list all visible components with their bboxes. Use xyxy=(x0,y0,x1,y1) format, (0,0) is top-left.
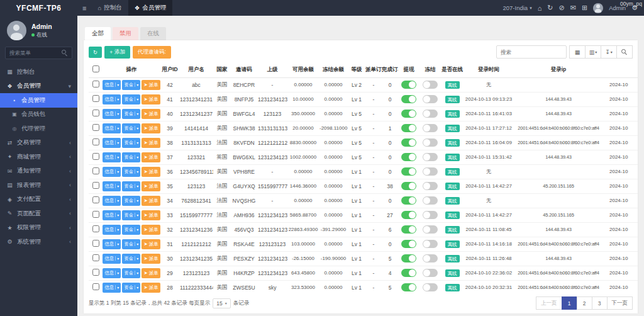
dispatch-button[interactable]: ➤派单 xyxy=(142,138,160,148)
row-checkbox[interactable] xyxy=(92,110,99,116)
region-selector[interactable]: 207-India ▾ xyxy=(503,4,532,11)
page-button-1[interactable]: 1 xyxy=(562,296,577,310)
funds-button[interactable]: 资金▾ xyxy=(122,123,140,133)
dispatch-button[interactable]: ➤派单 xyxy=(142,239,160,249)
row-checkbox[interactable] xyxy=(92,153,99,160)
freeze-toggle[interactable] xyxy=(423,167,438,176)
tab-all[interactable]: 全部 xyxy=(85,27,111,40)
column-header[interactable]: 等级 xyxy=(348,62,365,77)
sidebar-item-0[interactable]: ▦控制台 xyxy=(0,65,77,79)
funds-button[interactable]: 资金▾ xyxy=(122,196,140,206)
info-button[interactable]: 信息▾ xyxy=(103,94,121,104)
row-checkbox[interactable] xyxy=(92,283,99,290)
info-button[interactable]: 信息▾ xyxy=(103,210,121,220)
column-header[interactable]: 冻结 xyxy=(419,62,441,77)
column-header[interactable]: 可用余额 xyxy=(287,62,319,77)
funds-button[interactable]: 资金▾ xyxy=(122,94,140,104)
withdraw-toggle[interactable] xyxy=(401,167,416,176)
row-checkbox[interactable] xyxy=(92,167,99,174)
freeze-toggle[interactable] xyxy=(423,196,438,205)
freeze-toggle[interactable] xyxy=(423,95,438,103)
page-size-select[interactable]: 15 ▾ xyxy=(213,298,230,308)
page-button-3[interactable]: 3 xyxy=(592,296,608,310)
tab-online[interactable]: 在线 xyxy=(140,27,166,40)
sidebar-subitem-1-0[interactable]: ▪会员管理 xyxy=(0,93,77,108)
home-icon[interactable]: ⌂ xyxy=(538,4,542,12)
nav-tab-console[interactable]: ⌂ 控制台 xyxy=(91,0,128,16)
withdraw-toggle[interactable] xyxy=(401,211,416,219)
withdraw-toggle[interactable] xyxy=(401,153,416,161)
funds-button[interactable]: 资金▾ xyxy=(122,225,140,235)
withdraw-toggle[interactable] xyxy=(401,124,416,132)
row-checkbox[interactable] xyxy=(92,196,99,203)
sidebar-item-2[interactable]: ⇄交易管理‹ xyxy=(0,136,77,150)
withdraw-toggle[interactable] xyxy=(401,283,416,291)
table-search-input[interactable] xyxy=(496,45,567,59)
column-header[interactable]: 国家 xyxy=(213,62,231,77)
dispatch-button[interactable]: ➤派单 xyxy=(142,254,160,264)
column-header[interactable]: 冻结余额 xyxy=(319,62,348,77)
sidebar-item-7[interactable]: ✎页面配置‹ xyxy=(0,206,77,221)
withdraw-toggle[interactable] xyxy=(401,240,416,248)
column-header[interactable]: 用户名 xyxy=(179,62,213,77)
row-checkbox[interactable] xyxy=(92,225,99,232)
withdraw-toggle[interactable] xyxy=(401,182,416,190)
funds-button[interactable]: 资金▾ xyxy=(122,138,140,148)
withdraw-toggle[interactable] xyxy=(401,254,416,262)
freeze-toggle[interactable] xyxy=(423,124,438,132)
row-checkbox[interactable] xyxy=(92,269,99,276)
funds-button[interactable]: 资金▾ xyxy=(122,268,140,278)
prev-page-button[interactable]: 上一页 xyxy=(536,296,562,310)
sidebar-subitem-1-2[interactable]: ◎代理管理 xyxy=(0,121,77,136)
dispatch-button[interactable]: ➤派单 xyxy=(142,94,160,104)
freeze-toggle[interactable] xyxy=(423,153,438,161)
info-button[interactable]: 信息▾ xyxy=(103,152,121,162)
withdraw-toggle[interactable] xyxy=(401,95,416,103)
tab-disabled[interactable]: 禁用 xyxy=(113,27,138,40)
withdraw-toggle[interactable] xyxy=(401,138,416,147)
freeze-toggle[interactable] xyxy=(423,254,438,262)
funds-button[interactable]: 资金▾ xyxy=(122,167,140,177)
funds-button[interactable]: 资金▾ xyxy=(122,181,140,191)
freeze-toggle[interactable] xyxy=(423,283,438,291)
freeze-toggle[interactable] xyxy=(423,211,438,219)
dispatch-button[interactable]: ➤派单 xyxy=(142,210,160,220)
funds-button[interactable]: 资金▾ xyxy=(122,152,140,162)
row-checkbox[interactable] xyxy=(92,182,99,189)
dispatch-button[interactable]: ➤派单 xyxy=(142,196,160,206)
withdraw-toggle[interactable] xyxy=(401,110,416,118)
column-header[interactable]: 注册时间 xyxy=(603,62,638,77)
column-header[interactable]: 派单订单 xyxy=(365,62,382,77)
admin-avatar[interactable] xyxy=(593,3,603,13)
column-header[interactable]: 是否在线 xyxy=(441,62,464,77)
row-checkbox[interactable] xyxy=(92,211,99,218)
info-button[interactable]: 信息▾ xyxy=(103,123,121,133)
nav-tab-members[interactable]: ❖ 会员管理 xyxy=(128,0,173,16)
info-button[interactable]: 信息▾ xyxy=(103,109,121,119)
row-checkbox[interactable] xyxy=(92,124,99,131)
column-header[interactable]: 上级 xyxy=(257,62,287,77)
dispatch-button[interactable]: ➤派单 xyxy=(142,181,160,191)
freeze-toggle[interactable] xyxy=(423,269,438,277)
dispatch-button[interactable]: ➤派单 xyxy=(142,80,160,90)
agent-invite-code-button[interactable]: 代理邀请码: xyxy=(133,46,171,59)
column-header[interactable]: 登录时间 xyxy=(464,62,514,77)
sidebar-item-3[interactable]: ✦商城管理‹ xyxy=(0,150,77,164)
dispatch-button[interactable]: ➤派单 xyxy=(142,167,160,177)
dispatch-button[interactable]: ➤派单 xyxy=(142,283,160,293)
sidebar-item-6[interactable]: ◈支付配置‹ xyxy=(0,193,77,207)
info-button[interactable]: 信息▾ xyxy=(103,80,121,90)
funds-button[interactable]: 资金▾ xyxy=(122,210,140,220)
column-header[interactable]: 完成订单 xyxy=(382,62,398,77)
sidebar-toggle-icon[interactable]: ≡ xyxy=(77,4,91,12)
funds-button[interactable]: 资金▾ xyxy=(122,283,140,293)
funds-button[interactable]: 资金▾ xyxy=(122,80,140,90)
columns-button[interactable]: ▥▾ xyxy=(585,45,601,59)
add-member-button[interactable]: +添加 xyxy=(104,46,130,59)
funds-button[interactable]: 资金▾ xyxy=(122,109,140,119)
sidebar-subitem-1-1[interactable]: ▣会员钱包 xyxy=(0,108,77,122)
freeze-toggle[interactable] xyxy=(423,225,438,234)
freeze-toggle[interactable] xyxy=(423,110,438,118)
dispatch-button[interactable]: ➤派单 xyxy=(142,123,160,133)
freeze-toggle[interactable] xyxy=(423,182,438,190)
